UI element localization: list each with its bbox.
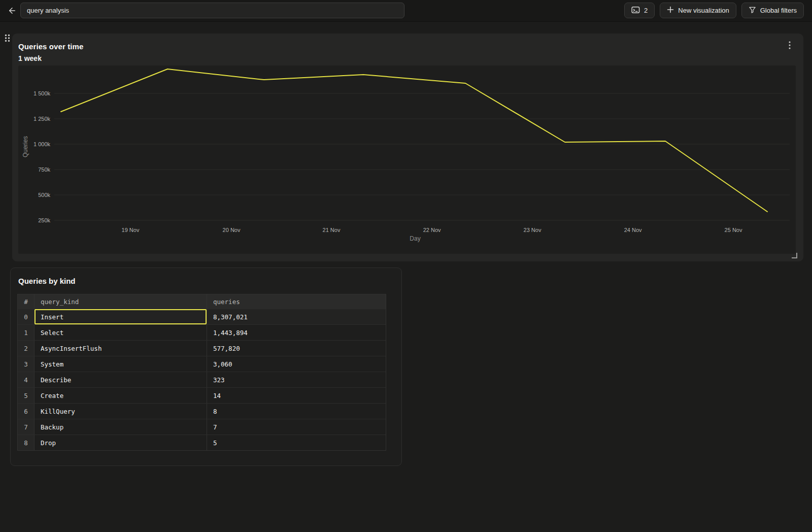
column-header-index: #	[18, 294, 34, 309]
table-row: 8Drop5	[18, 435, 386, 450]
row-index-cell[interactable]: 0	[18, 309, 34, 324]
queries-line-series	[61, 69, 767, 212]
y-tick-label: 500k	[38, 192, 50, 198]
table-row: 2AsyncInsertFlush577,820	[18, 340, 386, 356]
row-index-cell[interactable]: 2	[18, 341, 34, 356]
queries-count-cell[interactable]: 3,060	[207, 356, 387, 372]
query-kind-cell[interactable]: Select	[34, 325, 207, 340]
global-filters-button[interactable]: Global filters	[741, 3, 804, 18]
query-kind-cell[interactable]: System	[34, 356, 207, 372]
query-kind-cell[interactable]: AsyncInsertFlush	[34, 341, 207, 356]
y-tick-label: 250k	[38, 217, 50, 223]
topbar: 2 New visualization Global filters	[0, 0, 812, 22]
x-tick-label: 22 Nov	[423, 227, 441, 233]
y-axis-name: Queries	[22, 136, 29, 157]
kebab-menu-icon	[789, 41, 791, 51]
y-tick-label: 1 000k	[33, 141, 51, 147]
query-kind-cell[interactable]: Create	[34, 388, 207, 403]
console-tab-count: 2	[644, 7, 648, 14]
back-button[interactable]	[5, 4, 19, 18]
global-filters-label: Global filters	[760, 7, 797, 14]
query-kind-cell[interactable]: Describe	[34, 372, 207, 387]
chart-canvas[interactable]: 1 500k1 250k1 000k750k500k250k19 Nov20 N…	[18, 65, 796, 254]
table-row: 3System3,060	[18, 356, 386, 372]
chart-panel-subtitle: 1 week	[18, 54, 42, 62]
query-kind-cell[interactable]: Backup	[34, 419, 207, 435]
dashboard-title-input[interactable]	[20, 3, 404, 18]
table-row: 1Select1,443,894	[18, 324, 386, 340]
queries-count-cell[interactable]: 323	[207, 372, 387, 387]
x-tick-label: 20 Nov	[223, 227, 241, 233]
queries-count-cell[interactable]: 5	[207, 435, 387, 450]
row-index-cell[interactable]: 1	[18, 325, 34, 340]
queries-count-cell[interactable]: 14	[207, 388, 387, 403]
column-header-query_kind: query_kind	[34, 294, 207, 309]
x-tick-label: 25 Nov	[725, 227, 742, 233]
table-row: 7Backup7	[18, 419, 386, 435]
query-kind-cell[interactable]: Insert	[34, 309, 207, 324]
queries-by-kind-table: #query_kindqueries0Insert8,307,0211Selec…	[17, 294, 386, 451]
row-index-cell[interactable]: 3	[18, 356, 34, 372]
column-header-queries: queries	[207, 294, 387, 309]
query-kind-cell[interactable]: Drop	[34, 435, 207, 450]
queries-count-cell[interactable]: 7	[207, 419, 387, 435]
queries-count-cell[interactable]: 8,307,021	[207, 309, 387, 324]
table-row: 4Describe323	[18, 372, 386, 387]
arrow-left-icon	[8, 6, 17, 17]
console-icon	[631, 6, 640, 15]
x-tick-label: 24 Nov	[624, 227, 642, 233]
row-index-cell[interactable]: 7	[18, 419, 34, 435]
queries-count-cell[interactable]: 8	[207, 404, 387, 419]
x-tick-label: 19 Nov	[122, 227, 140, 233]
x-axis-name: Day	[410, 235, 420, 242]
queries-count-cell[interactable]: 577,820	[207, 341, 387, 356]
row-index-cell[interactable]: 5	[18, 388, 34, 403]
console-tabs-button[interactable]: 2	[624, 3, 655, 18]
panel-menu-button[interactable]	[784, 40, 795, 52]
y-tick-label: 1 500k	[33, 90, 51, 96]
table-panel: Queries by kind #query_kindqueries0Inser…	[10, 268, 402, 466]
chart-panel-title: Queries over time	[18, 42, 83, 51]
new-visualization-label: New visualization	[678, 7, 729, 14]
new-visualization-button[interactable]: New visualization	[660, 3, 736, 18]
topbar-actions: 2 New visualization Global filters	[624, 3, 804, 18]
query-kind-cell[interactable]: KillQuery	[34, 404, 207, 419]
table-row: 0Insert8,307,021	[18, 309, 386, 324]
row-index-cell[interactable]: 8	[18, 435, 34, 450]
x-tick-label: 23 Nov	[524, 227, 542, 233]
funnel-icon	[749, 6, 756, 15]
row-index-cell[interactable]: 4	[18, 372, 34, 387]
row-index-cell[interactable]: 6	[18, 404, 34, 419]
resize-handle[interactable]	[792, 253, 797, 258]
y-tick-label: 750k	[38, 167, 50, 173]
queries-count-cell[interactable]: 1,443,894	[207, 325, 387, 340]
x-tick-label: 21 Nov	[323, 227, 341, 233]
table-row: 5Create14	[18, 387, 386, 403]
y-tick-label: 1 250k	[33, 116, 51, 122]
table-panel-title: Queries by kind	[18, 277, 76, 285]
table-header-row: #query_kindqueries	[18, 294, 386, 309]
plus-icon	[667, 6, 674, 15]
chart-panel: Queries over time 1 week 1 500k1 250k1 0…	[12, 34, 803, 261]
table-row: 6KillQuery8	[18, 403, 386, 419]
drag-handle-icon[interactable]	[3, 34, 11, 43]
